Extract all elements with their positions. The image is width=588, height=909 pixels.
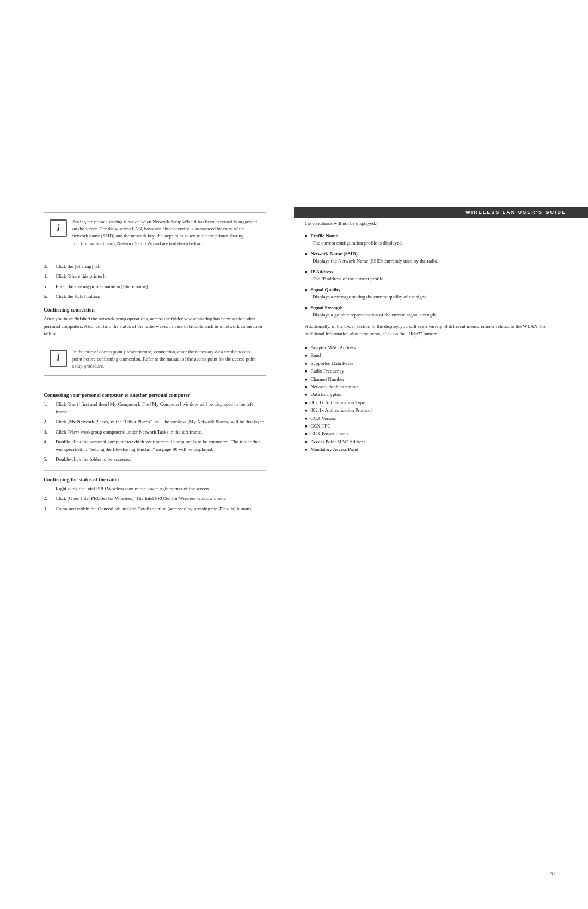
- list-item: Adapter MAC Address: [305, 344, 561, 351]
- list-item: Access Point MAC Address: [305, 438, 561, 446]
- list-item: Radio Frequency: [305, 367, 561, 375]
- connecting-step-3: 3. Click [View workgroup computers] unde…: [44, 429, 266, 436]
- bullet-network-name: Network Name (SSID) Displays the Network…: [305, 251, 561, 265]
- list-item: Mandatory Access Point: [305, 446, 561, 453]
- ip-address-desc: The IP address of the current profile.: [305, 276, 561, 283]
- page-header: Wireless LAN User's Guide: [294, 207, 588, 218]
- list-item: Band: [305, 351, 561, 359]
- signal-quality-label: Signal Quality: [305, 287, 561, 292]
- connecting-step-1: 1. Click [Start] first and then [My Comp…: [44, 401, 266, 416]
- radio-step-2: 2. Click [Open Intel PROSet for Wireless…: [44, 495, 266, 503]
- info-text-2: In the case of access point (infrastruct…: [72, 349, 260, 370]
- header-title: Wireless LAN User's Guide: [465, 210, 566, 215]
- network-name-desc: Displays the Network Name (SSID) current…: [305, 258, 561, 265]
- connecting-steps: 1. Click [Start] first and then [My Comp…: [44, 401, 266, 463]
- simple-bullet-list: Adapter MAC Address Band Supported Data …: [305, 344, 561, 453]
- steps-1: 3. Click the [Sharing] tab. 4. Click [Sh…: [44, 263, 266, 301]
- step-6: 6. Click the [OK] button.: [44, 293, 266, 301]
- connecting-section: Connecting your personal computer to ano…: [44, 393, 266, 463]
- radio-step-3: 3. Contained within the General tab and …: [44, 505, 266, 513]
- info-box-1: i Setting the printer-sharing function w…: [44, 212, 266, 253]
- divider-2: [44, 470, 266, 471]
- info-icon-1: i: [50, 219, 67, 237]
- profile-name-label: Profile Name: [305, 233, 561, 239]
- confirming-connection-heading: Confirming connection: [44, 307, 266, 313]
- list-item: Network Authentication: [305, 383, 561, 391]
- bullet-signal-quality: Signal Quality Displays a message statin…: [305, 287, 561, 301]
- list-item: Channel Number: [305, 375, 561, 383]
- divider-1: [44, 386, 266, 386]
- confirming-connection-section: Confirming connection After you have fin…: [44, 307, 266, 338]
- profile-name-desc: The current configuration profile is dis…: [305, 240, 561, 247]
- list-item: Supported Data Rates: [305, 359, 561, 367]
- step-5: 5. Enter the sharing printer name in [Sh…: [44, 283, 266, 291]
- radio-step-1: 1. Right-click the Intel PRO Wireless ic…: [44, 485, 266, 493]
- connecting-step-2: 2. Click [My Network Places] in the "Oth…: [44, 418, 266, 426]
- connecting-step-4: 4. Double-click the personal computer to…: [44, 438, 266, 453]
- radio-steps: 1. Right-click the Intel PRO Wireless ic…: [44, 485, 266, 513]
- confirming-radio-heading: Confirming the status of the radio: [44, 477, 266, 483]
- list-item: CCX TPC: [305, 422, 561, 430]
- page-number: 91: [550, 871, 555, 876]
- confirming-connection-body: After you have finished the network setu…: [44, 315, 266, 338]
- left-column: i Setting the printer-sharing function w…: [0, 212, 283, 909]
- additionally-text: Additionally, in the lower section of th…: [305, 323, 561, 338]
- list-item: 802.1x Authentication Type: [305, 399, 561, 406]
- info-text-1: Setting the printer-sharing function whe…: [72, 218, 260, 247]
- network-name-label: Network Name (SSID): [305, 251, 561, 257]
- bullet-ip-address: IP Address The IP address of the current…: [305, 269, 561, 283]
- connecting-step-5: 5. Double-click the folder to be accesse…: [44, 456, 266, 463]
- ip-address-label: IP Address: [305, 269, 561, 274]
- right-column: you will find the current operating stat…: [283, 212, 588, 909]
- list-item: CCX Power Levels: [305, 430, 561, 437]
- list-item: Data Encryption: [305, 391, 561, 398]
- info-icon-2: i: [50, 350, 67, 367]
- signal-quality-desc: Displays a message stating the current q…: [305, 294, 561, 301]
- confirming-radio-section: Confirming the status of the radio 1. Ri…: [44, 477, 266, 513]
- bullet-signal-strength: Signal Strength Displays a graphic repre…: [305, 305, 561, 319]
- list-item: 802.1x Authentication Protocol: [305, 406, 561, 414]
- bullet-profile-name: Profile Name The current configuration p…: [305, 233, 561, 247]
- info-box-2: i In the case of access point (infrastru…: [44, 343, 266, 376]
- signal-strength-label: Signal Strength: [305, 305, 561, 310]
- list-item: CCX Version: [305, 414, 561, 422]
- step-3: 3. Click the [Sharing] tab.: [44, 263, 266, 271]
- connecting-heading: Connecting your personal computer to ano…: [44, 393, 266, 398]
- step-4: 4. Click [Share this printer].: [44, 273, 266, 280]
- signal-strength-desc: Displays a graphic representation of the…: [305, 312, 561, 319]
